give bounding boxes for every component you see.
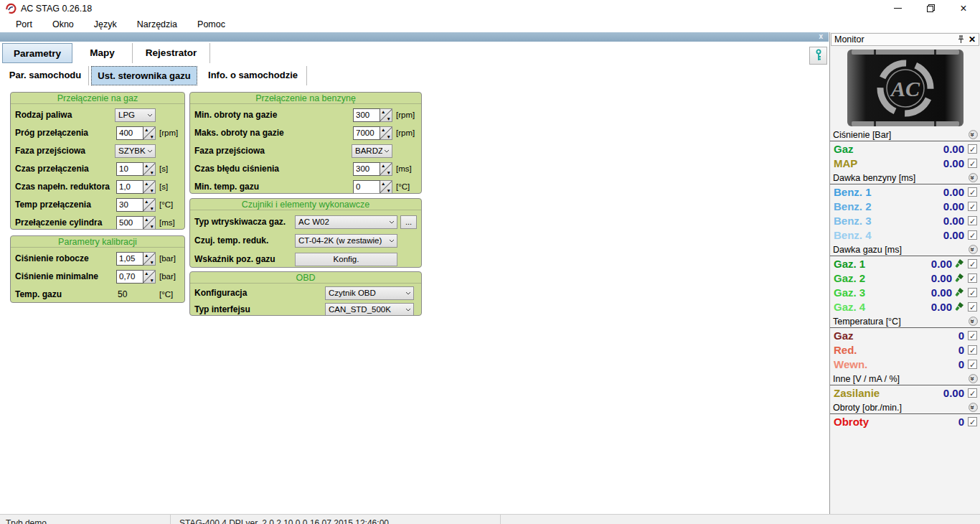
monitor-checkbox[interactable] (968, 331, 977, 340)
minimum-pressure-stepper[interactable]: 0,70 (116, 270, 156, 284)
switch-temp-stepper[interactable]: 30 (116, 198, 156, 212)
collapse-icon[interactable] (969, 173, 978, 182)
spin-value[interactable]: 300 (353, 108, 380, 122)
param-label: Czas przełączenia (15, 164, 116, 174)
monitor-label: Wewn. (834, 358, 867, 370)
gas-level-config-button[interactable]: Konfig. (295, 253, 397, 266)
monitor-checkbox[interactable] (968, 159, 977, 168)
spin-buttons[interactable] (380, 162, 392, 176)
param-label: Typ interfejsu (194, 304, 325, 314)
spin-value[interactable]: 400 (116, 126, 143, 140)
tab-parametry[interactable]: Parametry (2, 43, 72, 63)
spin-value[interactable]: 500 (116, 216, 143, 230)
minimize-button[interactable] (881, 0, 914, 17)
menu-port[interactable]: Port (6, 17, 42, 32)
spin-buttons[interactable] (143, 270, 156, 284)
spin-buttons[interactable] (143, 162, 156, 176)
monitor-checkbox[interactable] (968, 144, 977, 154)
min-rpm-gas-stepper[interactable]: 300 (353, 108, 392, 122)
tab-mapy[interactable]: Mapy (72, 43, 133, 63)
obd-interface-type-select[interactable]: CAN_STD_500K (325, 303, 414, 317)
reducer-temp-sensor-select[interactable]: CT-04-2K (w zestawie) (295, 234, 397, 248)
monitor-checkbox[interactable] (968, 388, 977, 398)
collapse-icon[interactable] (969, 374, 978, 383)
spin-buttons[interactable] (380, 180, 392, 194)
panel-gas-switch: Przełączenie na gaz Rodzaj paliwa LPG Pr… (10, 92, 185, 230)
monitor-checkbox[interactable] (968, 216, 977, 225)
param-label: Przełączenie cylindra (15, 217, 116, 228)
collapse-icon[interactable] (969, 317, 978, 326)
petrol-transition-phase-select[interactable]: BARDZ (352, 144, 392, 158)
key-button[interactable] (809, 47, 827, 65)
spin-buttons[interactable] (143, 252, 156, 266)
collapse-icon[interactable] (969, 403, 978, 412)
fuel-type-select[interactable]: LPG (115, 108, 156, 122)
monitor-section-pressure: Ciśnienie [Bar] (830, 128, 980, 141)
param-row: Czas przełączenia 10 [s] (15, 162, 180, 176)
restore-button[interactable] (914, 0, 947, 17)
transition-phase-select[interactable]: SZYBK( (115, 144, 156, 158)
param-row: Czas napełn. reduktora 1,0 [s] (15, 179, 180, 194)
cylinder-switch-stepper[interactable]: 500 (116, 216, 156, 230)
collapse-icon[interactable] (969, 245, 978, 254)
injector-more-button[interactable]: ... (400, 215, 417, 229)
menu-jezyk[interactable]: Język (84, 17, 127, 32)
obd-configuration-select[interactable]: Czytnik OBD (325, 286, 414, 300)
spin-buttons[interactable] (143, 126, 156, 140)
monitor-label: Benz. 2 (834, 200, 872, 212)
switch-threshold-stepper[interactable]: 400 (116, 126, 156, 140)
gas-injector-type-select[interactable]: AC W02 (295, 215, 397, 229)
spin-buttons[interactable] (143, 180, 156, 194)
window-title: AC STAG 0.26.18 (21, 4, 92, 14)
max-rpm-gas-stepper[interactable]: 7000 (353, 126, 392, 140)
spin-value[interactable]: 7000 (353, 126, 380, 140)
menu-narzedzia[interactable]: Narzędzia (127, 17, 187, 32)
spin-value[interactable]: 1,0 (116, 180, 143, 194)
monitor-checkbox[interactable] (968, 202, 977, 211)
spin-value[interactable]: 300 (353, 162, 380, 176)
monitor-row: Gaz. 2 0.00 (830, 271, 980, 285)
monitor-checkbox[interactable] (968, 288, 977, 297)
close-button[interactable]: × (947, 0, 980, 17)
pressure-error-time-stepper[interactable]: 300 (353, 162, 392, 176)
menu-pomoc[interactable]: Pomoc (187, 17, 235, 32)
param-row: Maks. obroty na gazie 7000 [rpm] (194, 126, 417, 140)
monitor-row: Gaz 0 (830, 328, 980, 342)
spin-value[interactable]: 0 (353, 180, 380, 194)
pin-icon[interactable] (958, 35, 964, 44)
switch-time-stepper[interactable]: 10 (116, 162, 156, 176)
subtab-ust-sterownika-gazu[interactable]: Ust. sterownika gazu (91, 66, 197, 85)
monitor-checkbox[interactable] (968, 230, 977, 240)
monitor-checkbox[interactable] (968, 360, 977, 369)
working-pressure-stepper[interactable]: 1,05 (116, 252, 156, 266)
monitor-checkbox[interactable] (968, 302, 977, 312)
reducer-fill-time-stepper[interactable]: 1,0 (116, 180, 156, 194)
subtab-info-o-samochodzie[interactable]: Info. o samochodzie (199, 66, 307, 85)
spin-buttons[interactable] (143, 198, 156, 212)
monitor-checkbox[interactable] (968, 187, 977, 197)
monitor-row: Gaz. 1 0.00 (830, 256, 980, 271)
min-gas-temp-stepper[interactable]: 0 (353, 180, 392, 194)
spin-value[interactable]: 10 (116, 162, 143, 176)
panel-obd: OBD Konfiguracja Czytnik OBD Typ interfe… (189, 271, 422, 316)
spin-buttons[interactable] (143, 216, 156, 230)
monitor-value: 0.00 (943, 229, 964, 241)
spin-value[interactable]: 30 (116, 198, 143, 212)
monitor-checkbox[interactable] (968, 259, 977, 268)
spin-buttons[interactable] (380, 126, 392, 140)
collapse-icon[interactable] (969, 130, 978, 139)
toolbar-close-icon[interactable]: x (819, 32, 823, 42)
spin-value[interactable]: 1,05 (116, 252, 143, 266)
monitor-checkbox[interactable] (968, 345, 977, 355)
monitor-checkbox[interactable] (968, 273, 977, 283)
monitor-checkbox[interactable] (968, 417, 977, 426)
spin-value[interactable]: 0,70 (116, 270, 143, 284)
menu-okno[interactable]: Okno (42, 17, 84, 32)
param-unit: [s] (156, 182, 180, 191)
subtab-par-samochodu[interactable]: Par. samochodu (2, 66, 89, 85)
combo-value: LPG (118, 111, 146, 119)
monitor-value: 0.00 (931, 272, 952, 284)
monitor-close-icon[interactable]: ✕ (969, 36, 976, 43)
tab-rejestrator[interactable]: Rejestrator (133, 43, 210, 63)
spin-buttons[interactable] (380, 108, 392, 122)
